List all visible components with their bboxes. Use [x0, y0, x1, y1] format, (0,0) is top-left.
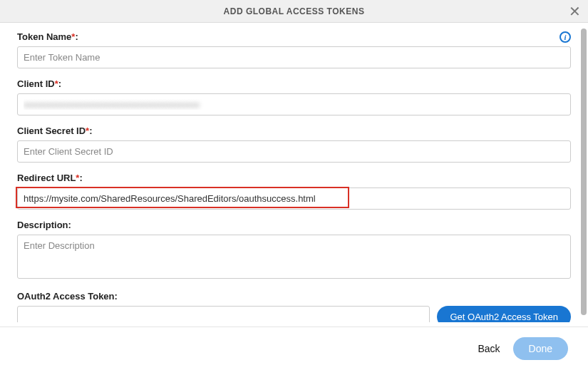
client-id-label: Client ID*: [17, 78, 61, 89]
dialog-footer: Back Done [0, 327, 588, 370]
client-secret-input[interactable] [17, 140, 571, 163]
oauth-token-group: OAuth2 Access Token: Get OAuth2 Access T… [17, 291, 571, 322]
token-name-input[interactable] [17, 46, 571, 68]
client-id-group: Client ID*: [17, 78, 571, 115]
oauth-token-label: OAuth2 Access Token: [17, 291, 118, 302]
close-icon: ✕ [569, 4, 581, 19]
client-secret-label: Client Secret ID*: [17, 125, 93, 136]
oauth-token-input[interactable] [17, 306, 430, 322]
client-id-input[interactable] [17, 93, 571, 115]
redirect-url-group: Redirect URL*: [17, 173, 571, 210]
dialog-title: ADD GLOBAL ACCESS TOKENS [224, 6, 365, 16]
token-name-group: Token Name*: [17, 31, 571, 68]
description-group: Description: [17, 220, 571, 281]
redirect-url-label: Redirect URL*: [17, 173, 83, 183]
get-oauth-token-button[interactable]: Get OAuth2 Access Token [437, 306, 571, 322]
dialog-content: Token Name*: Client ID*: Client Secret I… [0, 23, 588, 322]
redirect-url-input[interactable] [17, 187, 571, 210]
scrollbar-thumb[interactable] [581, 29, 587, 315]
client-secret-group: Client Secret ID*: [17, 125, 571, 163]
close-button[interactable]: ✕ [569, 4, 581, 19]
dialog-header: ADD GLOBAL ACCESS TOKENS ✕ [0, 0, 588, 23]
description-label: Description: [17, 220, 71, 230]
oauth-token-row: Get OAuth2 Access Token [17, 306, 571, 322]
description-input[interactable] [17, 235, 571, 279]
back-button[interactable]: Back [478, 343, 500, 354]
done-button[interactable]: Done [513, 337, 568, 360]
token-name-label: Token Name*: [17, 31, 78, 42]
